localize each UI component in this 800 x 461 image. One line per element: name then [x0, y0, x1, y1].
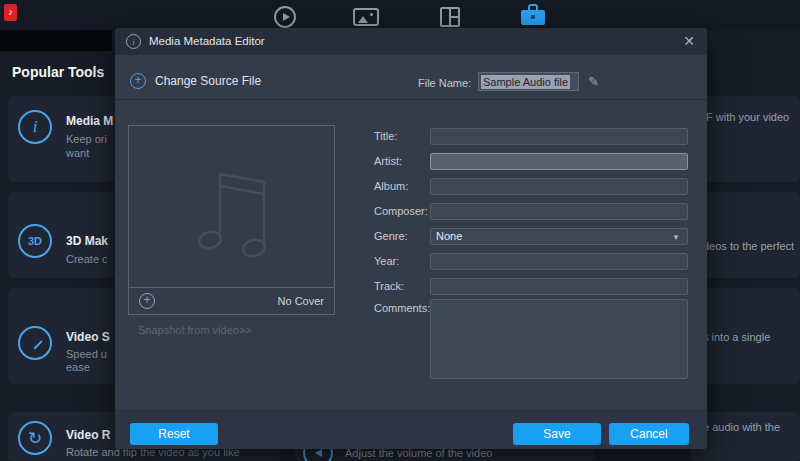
artist-input[interactable]: [430, 153, 688, 170]
tool-desc-fragment: s into a single: [703, 331, 770, 343]
top-navigation-bar: [0, 0, 800, 30]
3d-icon: 3D: [18, 224, 52, 258]
media-metadata-editor-dialog: i Media Metadata Editor ✕ + Change Sourc…: [115, 28, 707, 449]
nav-collage-icon[interactable]: [440, 7, 460, 27]
rotate-icon: ↻: [18, 421, 52, 455]
album-input[interactable]: [430, 178, 688, 195]
tool-desc: ease: [66, 361, 90, 373]
media-library-icon: [353, 8, 379, 26]
no-cover-label: No Cover: [278, 295, 324, 307]
year-label: Year:: [374, 255, 399, 267]
tool-title: 3D Mak: [66, 234, 108, 248]
comments-textarea[interactable]: [430, 299, 688, 379]
info-icon: i: [18, 110, 52, 144]
tool-desc: Create c: [66, 253, 108, 265]
cover-footer-bar: + No Cover: [128, 288, 335, 315]
nav-toolbox-icon[interactable]: [521, 4, 545, 26]
snapshot-from-video-link[interactable]: Snapshot from video>>: [138, 324, 252, 336]
change-source-file-button[interactable]: + Change Source File: [130, 73, 261, 89]
toolbox-icon: [521, 4, 545, 26]
tool-desc: Speed u: [66, 348, 107, 360]
chevron-down-icon: ▼: [672, 233, 680, 242]
background-strip: [0, 30, 112, 51]
title-input[interactable]: [430, 128, 688, 145]
change-source-file-label: Change Source File: [155, 74, 261, 88]
tool-desc-fragment: deos to the perfect: [703, 240, 794, 252]
tool-title: Video S: [66, 330, 110, 344]
title-label: Title:: [374, 130, 397, 142]
year-input[interactable]: [430, 253, 688, 270]
nav-media-library-icon[interactable]: [353, 8, 379, 26]
add-cover-icon[interactable]: +: [139, 293, 155, 309]
genre-selected-value: None: [436, 230, 462, 242]
save-button[interactable]: Save: [513, 423, 601, 445]
tool-desc: want: [66, 147, 89, 159]
track-input[interactable]: [430, 278, 688, 295]
close-icon[interactable]: ✕: [683, 33, 695, 49]
cancel-button[interactable]: Cancel: [609, 423, 689, 445]
info-icon: i: [126, 34, 141, 49]
tool-desc-fragment: e audio with the: [703, 421, 780, 433]
edit-pencil-icon[interactable]: ✎: [588, 74, 599, 89]
popular-tools-heading: Popular Tools: [12, 64, 104, 80]
genre-label: Genre:: [374, 230, 408, 242]
plus-circle-icon: +: [130, 73, 146, 89]
cover-preview-box: [128, 125, 335, 288]
collage-icon: [440, 7, 460, 27]
tool-desc: Keep ori: [66, 133, 107, 145]
file-name-input[interactable]: Sample Audio file: [478, 72, 579, 91]
album-label: Album:: [374, 180, 408, 192]
composer-input[interactable]: [430, 203, 688, 220]
reset-button[interactable]: Reset: [130, 423, 218, 445]
composer-label: Composer:: [374, 205, 428, 217]
file-name-label: File Name:: [418, 77, 471, 89]
tool-desc-fragment: IF with your video: [703, 111, 789, 123]
comments-label: Comments:: [374, 302, 430, 314]
nav-video-player-icon[interactable]: [274, 6, 296, 28]
video-player-icon: [274, 6, 296, 28]
app-logo-icon: ♪: [4, 4, 17, 21]
divider: [115, 99, 707, 100]
tool-title: Video R: [66, 428, 110, 442]
music-note-icon: [184, 152, 284, 262]
dialog-title: Media Metadata Editor: [149, 35, 265, 47]
genre-select[interactable]: None ▼: [430, 228, 688, 245]
track-label: Track:: [374, 280, 404, 292]
tool-title: Media M: [66, 114, 113, 128]
artist-label: Artist:: [374, 155, 402, 167]
speed-icon: [18, 326, 52, 360]
file-name-value: Sample Audio file: [481, 75, 570, 89]
app-root: { "icons": { "close": "✕", "edit": "✎", …: [0, 0, 800, 461]
